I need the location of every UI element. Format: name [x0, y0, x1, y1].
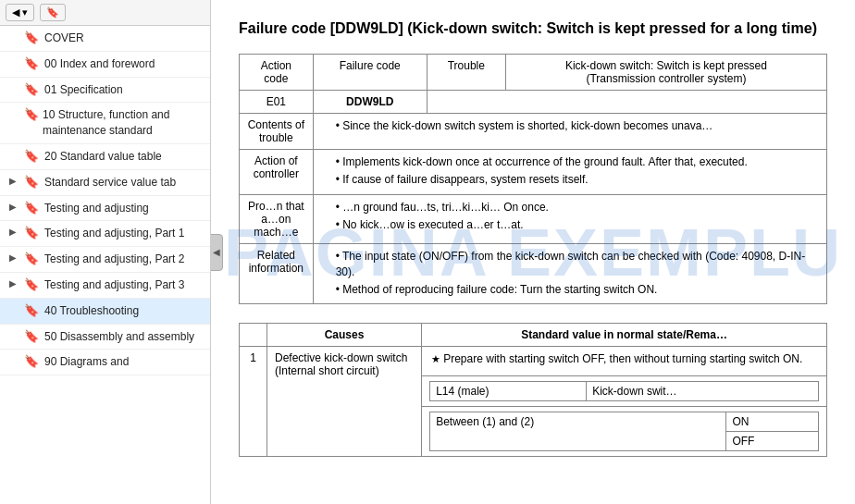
connector-label: L14 (male) [430, 382, 587, 401]
arrow-icon: ▶ [9, 278, 19, 289]
cause-description: Defective kick-down switch(Internal shor… [267, 347, 422, 457]
row-label-contents: Contents oftrouble [240, 114, 314, 150]
row-action-detail: Implements kick-down once at occurrence … [313, 150, 826, 195]
arrow-icon: ▶ [9, 252, 19, 263]
sidebar-item-40-trouble[interactable]: 🔖 40 Troubleshooting [0, 299, 210, 325]
sidebar-item-label: Testing and adjusting, Part 1 [44, 226, 184, 241]
bookmark-icon: 🔖 [24, 303, 39, 317]
sidebar-item-standard-service[interactable]: ▶ 🔖 Standard service value tab [0, 170, 210, 196]
bookmark-icon: 🔖 [46, 6, 59, 18]
sidebar-item-10-structure[interactable]: 🔖 10 Structure, function and maintenance… [0, 103, 210, 144]
row-contents-detail: Since the kick-down switch system is sho… [313, 114, 826, 150]
row-label-action: Action ofcontroller [240, 150, 314, 195]
sidebar-list: 🔖 COVER 🔖 00 Index and foreword 🔖 01 Spe… [0, 26, 210, 504]
cause-standard-note: Prepare with starting switch OFF, then w… [422, 347, 827, 376]
dropdown-icon: ▾ [22, 6, 28, 18]
sidebar-toolbar: ◀ ▾ 🔖 [0, 0, 210, 26]
back-button[interactable]: ◀ ▾ [6, 4, 34, 21]
row-related-detail: The input state (ON/OFF) from the kick-d… [313, 243, 826, 303]
cause-num: 1 [240, 347, 267, 457]
causes-table: Causes Standard value in normal state/Re… [239, 323, 827, 457]
bookmark-icon: 🔖 [24, 31, 39, 44]
main-content: PAGINA EXEMPLU ◀ Failure code [DDW9LD] (… [211, 0, 855, 504]
between-off: OFF [726, 432, 819, 451]
arrow-icon: ▶ [9, 176, 19, 186]
col-action-code: Action code [240, 55, 314, 91]
between-label: Between (1) and (2) [430, 412, 726, 451]
causes-col-cause: Causes [267, 324, 422, 347]
bookmark-icon: 🔖 [24, 252, 39, 265]
arrow-icon: ▶ [9, 227, 19, 237]
sidebar-item-label: 90 Diagrams and [44, 354, 129, 370]
info-table: Action code Failure code Trouble Kick-do… [239, 54, 827, 304]
between-on: ON [726, 412, 819, 432]
bookmark-icon: 🔖 [24, 277, 39, 291]
bookmark-icon: 🔖 [24, 56, 39, 70]
bookmark-icon: 🔖 [24, 329, 39, 343]
bookmark-icon: 🔖 [24, 354, 39, 368]
sidebar-item-label: 20 Standard value table [44, 149, 162, 165]
bookmark-icon: 🔖 [24, 226, 39, 240]
col-failure-code: Failure code [313, 55, 427, 91]
sidebar-item-testing-adj-3[interactable]: ▶ 🔖 Testing and adjusting, Part 3 [0, 273, 210, 299]
action-code-value: E01 [240, 91, 314, 114]
sidebar-item-cover[interactable]: 🔖 COVER [0, 26, 210, 52]
bookmark-button[interactable]: 🔖 [40, 4, 66, 21]
sidebar-item-label: Standard service value tab [44, 175, 176, 191]
sidebar-item-label: 00 Index and foreword [44, 56, 155, 72]
bookmark-icon: 🔖 [24, 107, 37, 121]
sidebar-item-00-index[interactable]: 🔖 00 Index and foreword [0, 52, 210, 78]
bookmark-icon: 🔖 [24, 175, 39, 189]
sidebar-item-90-diagrams[interactable]: 🔖 90 Diagrams and [0, 350, 210, 375]
sidebar-item-testing-adj-2[interactable]: ▶ 🔖 Testing and adjusting, Part 2 [0, 247, 210, 273]
failure-code-value: DDW9LD [313, 91, 427, 114]
collapse-handle[interactable]: ◀ [211, 234, 223, 271]
sidebar-item-label: Testing and adjusting, Part 3 [44, 277, 184, 293]
bookmark-icon: 🔖 [24, 149, 39, 163]
sidebar-item-label: COVER [44, 31, 84, 46]
sidebar-item-label: Testing and adjusting [44, 201, 149, 216]
row-label-problem: Pro…n thata…onmach…e [240, 194, 314, 243]
col-trouble-detail: Kick-down switch: Switch is kept pressed… [505, 55, 826, 91]
arrow-icon: ▶ [9, 202, 19, 212]
cause-connector-row: L14 (male) Kick-down swit… [422, 376, 827, 407]
sidebar-item-label: 01 Specification [44, 82, 123, 98]
causes-col-num [240, 324, 267, 347]
connector-value: Kick-down swit… [587, 382, 819, 401]
bookmark-icon: 🔖 [24, 201, 39, 215]
sidebar-item-testing-adj-1[interactable]: ▶ 🔖 Testing and adjusting, Part 1 [0, 221, 210, 247]
sidebar: ◀ ▾ 🔖 🔖 COVER 🔖 00 Index and foreword 🔖 … [0, 0, 211, 504]
sidebar-item-label: 50 Disassembly and assembly [44, 329, 194, 345]
sidebar-item-01-spec[interactable]: 🔖 01 Specification [0, 78, 210, 104]
row-problem-detail: …n ground fau…ts, tri…ki…ki… On once. No… [313, 194, 826, 243]
sidebar-item-20-standard[interactable]: 🔖 20 Standard value table [0, 144, 210, 170]
sidebar-item-label: 40 Troubleshooting [44, 303, 139, 319]
sidebar-item-label: Testing and adjusting, Part 2 [44, 252, 184, 267]
sidebar-item-testing-adj[interactable]: ▶ 🔖 Testing and adjusting [0, 196, 210, 222]
col-trouble: Trouble [427, 55, 505, 91]
sidebar-item-label: 10 Structure, function and maintenance s… [43, 107, 203, 139]
causes-col-standard: Standard value in normal state/Rema… [422, 324, 827, 347]
page-title: Failure code [DDW9LD] (Kick-down switch:… [239, 18, 827, 39]
row-label-related: Relatedinformation [240, 243, 314, 303]
bookmark-icon: 🔖 [24, 82, 39, 96]
content-area: PAGINA EXEMPLU ◀ Failure code [DDW9LD] (… [211, 0, 855, 504]
sidebar-item-50-disassembly[interactable]: 🔖 50 Disassembly and assembly [0, 325, 210, 350]
cause-between-row: Between (1) and (2) ON OFF [422, 407, 827, 457]
trouble-value [427, 91, 826, 114]
back-icon: ◀ [12, 6, 19, 18]
